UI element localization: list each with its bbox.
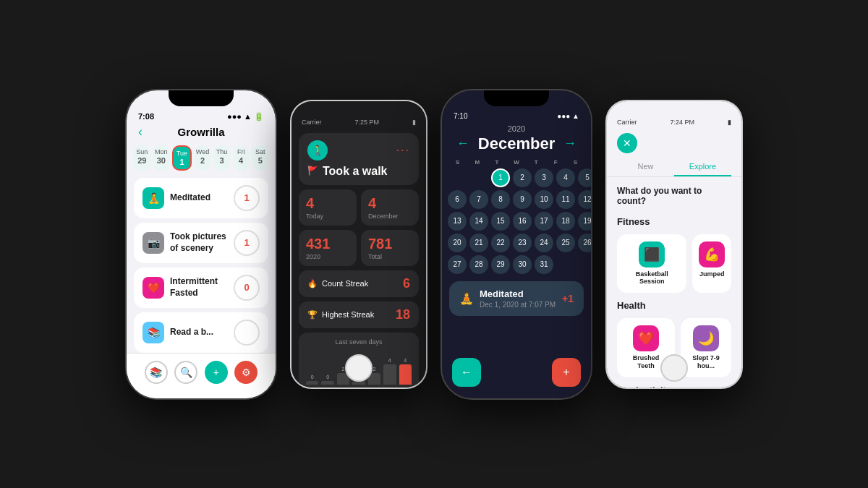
cal-day-29[interactable]: 29 <box>491 255 510 274</box>
cal-day-25[interactable]: 25 <box>556 234 575 252</box>
prev-month-button[interactable]: ← <box>456 136 469 151</box>
fasting-label: Intermittent Fasted <box>170 276 228 299</box>
cal-day-4[interactable]: 4 <box>556 168 575 187</box>
day-num-mon: 30 <box>155 156 169 165</box>
day-tue[interactable]: Tue 1 <box>172 145 192 171</box>
stat-2020: 431 2020 <box>299 230 357 266</box>
add-habit-button[interactable]: + <box>205 361 228 384</box>
cal-day-19[interactable]: 19 <box>578 212 591 231</box>
cal-day-22[interactable]: 22 <box>491 234 510 252</box>
stat-2020-num: 431 <box>306 236 349 252</box>
cal-empty-1 <box>448 168 467 187</box>
fasting-count[interactable]: 0 <box>234 275 260 301</box>
habit-reading[interactable]: 📚 Read a b... <box>134 312 268 353</box>
fitness-section-title: Fitness <box>607 213 741 230</box>
walk-card[interactable]: 🚶 ··· 🚩 Took a walk <box>299 133 419 185</box>
cal-day-10[interactable]: 10 <box>535 190 553 209</box>
tab-new[interactable]: New <box>617 158 674 176</box>
day-sat[interactable]: Sat 5 <box>252 145 268 171</box>
cal-day-28[interactable]: 28 <box>469 255 488 274</box>
cal-day-6[interactable]: 6 <box>448 190 467 209</box>
cal-day-23[interactable]: 23 <box>513 234 532 252</box>
meditated-count[interactable]: 1 <box>234 185 260 211</box>
home-button-2[interactable] <box>345 354 373 382</box>
cal-day-5[interactable]: 5 <box>578 168 591 187</box>
cal-day-1[interactable]: 1 <box>491 168 510 187</box>
event-info: Meditated Dec 1, 2020 at 7:07 PM <box>480 288 556 309</box>
cal-day-17[interactable]: 17 <box>535 212 553 231</box>
basketball-label: Basketball Session <box>624 270 679 286</box>
tabs-4: New Explore <box>607 158 741 177</box>
walk-title: Took a walk <box>323 165 388 178</box>
jumped-label: Jumped <box>699 270 725 278</box>
question-text: What do you want to count? <box>607 183 741 213</box>
cal-day-13[interactable]: 13 <box>448 212 467 231</box>
meditated-icon: 🧘 <box>142 187 164 209</box>
back-button-1[interactable]: ‹ <box>138 124 142 140</box>
day-wed[interactable]: Wed 2 <box>195 145 211 171</box>
cal-day-21[interactable]: 21 <box>469 234 488 252</box>
stat-december: 4 December <box>361 189 419 226</box>
cal-day-18[interactable]: 18 <box>556 212 575 231</box>
screen-1: 7:08 ●●● ▲ 🔋 ‹ Growrilla Sun 29 Mon 30 T… <box>127 90 276 398</box>
day-mon[interactable]: Mon 30 <box>153 145 170 171</box>
jumped-card[interactable]: 💪 Jumped <box>692 234 731 294</box>
home-button-4[interactable] <box>660 354 688 382</box>
jumped-icon: 💪 <box>699 241 725 267</box>
bar-2: 0 <box>321 374 333 385</box>
day-thu[interactable]: Thu 3 <box>213 145 230 171</box>
cal-day-26[interactable]: 26 <box>578 234 591 252</box>
phones-container: 7:08 ●●● ▲ 🔋 ‹ Growrilla Sun 29 Mon 30 T… <box>111 82 757 407</box>
event-card[interactable]: 🧘 Meditated Dec 1, 2020 at 7:07 PM +1 <box>449 281 584 316</box>
cal-day-14[interactable]: 14 <box>469 212 488 231</box>
cal-day-2[interactable]: 2 <box>513 168 532 187</box>
day-name-mon: Mon <box>155 148 169 155</box>
day-num-tue: 1 <box>175 158 189 166</box>
photos-count[interactable]: 1 <box>234 230 260 256</box>
habit-meditated[interactable]: 🧘 Meditated 1 <box>134 178 268 218</box>
books-nav-icon[interactable]: 📚 <box>145 361 168 384</box>
settings-nav-icon[interactable]: ⚙ <box>234 361 258 384</box>
cal-day-8[interactable]: 8 <box>491 190 510 209</box>
stat-total-num: 781 <box>368 236 412 252</box>
search-nav-icon[interactable]: 🔍 <box>174 361 197 384</box>
cal-day-31[interactable]: 31 <box>535 255 553 274</box>
basketball-card[interactable]: ⬛ Basketball Session <box>617 234 686 294</box>
day-sun[interactable]: Sun 29 <box>134 145 150 171</box>
cal-day-9[interactable]: 9 <box>513 190 532 209</box>
prev-button-3[interactable]: ← <box>452 358 481 387</box>
day-fri[interactable]: Fri 4 <box>233 145 250 171</box>
cal-day-7[interactable]: 7 <box>469 190 488 209</box>
reading-count[interactable] <box>234 320 260 346</box>
screen-3: 7:10 ●●● ▲ 2020 ← December → S M T W T F… <box>442 90 591 398</box>
battery-2: ▮ <box>412 119 416 126</box>
cal-day-24[interactable]: 24 <box>535 234 553 252</box>
cal-day-20[interactable]: 20 <box>448 234 467 252</box>
fire-icon: 🔥 <box>307 279 318 288</box>
add-button-3[interactable]: + <box>552 358 581 387</box>
walk-card-header: 🚶 ··· <box>307 140 410 160</box>
phone-3: 7:10 ●●● ▲ 2020 ← December → S M T W T F… <box>441 89 592 400</box>
weekday-labels: S M T W T F S <box>442 159 591 166</box>
time-4: 7:24 PM <box>670 119 694 126</box>
cal-day-15[interactable]: 15 <box>491 212 510 231</box>
close-button-4[interactable]: ✕ <box>617 133 637 153</box>
next-month-button[interactable]: → <box>563 136 576 151</box>
cal-day-16[interactable]: 16 <box>513 212 532 231</box>
time-2: 7:25 PM <box>354 119 379 126</box>
cal-day-12[interactable]: 12 <box>578 190 591 209</box>
cal-day-30[interactable]: 30 <box>513 255 532 274</box>
habit-photos[interactable]: 📷 Took pictures of scenery 1 <box>134 223 268 263</box>
stat-2020-label: 2020 <box>306 253 349 260</box>
cal-day-27[interactable]: 27 <box>448 255 467 274</box>
habit-fasting[interactable]: ❤️ Intermittent Fasted 0 <box>134 267 268 308</box>
tab-explore[interactable]: Explore <box>674 158 731 176</box>
screen-4: Carrier 7:24 PM ▮ ✕ New Explore What do … <box>607 101 741 388</box>
walk-more-icon[interactable]: ··· <box>396 144 410 157</box>
productivity-section-title: Productivity <box>607 382 741 388</box>
cal-day-11[interactable]: 11 <box>556 190 575 209</box>
cal-day-3[interactable]: 3 <box>535 168 553 187</box>
sleep-card[interactable]: 🌙 Slept 7-9 hou... <box>681 318 731 377</box>
stat-today: 4 Today <box>299 189 357 226</box>
event-plus[interactable]: +1 <box>562 293 574 304</box>
